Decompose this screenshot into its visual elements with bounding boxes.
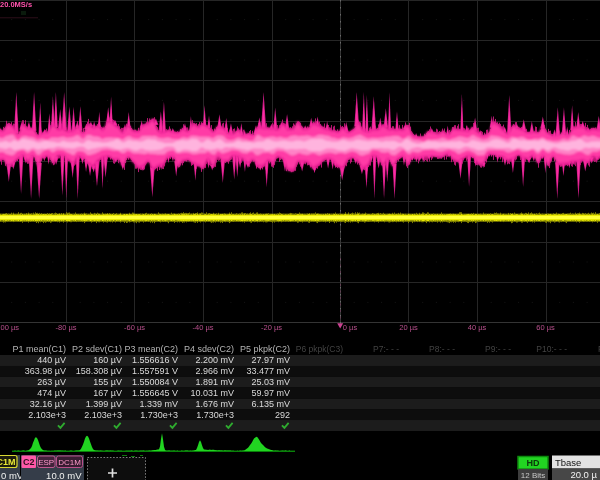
svg-text:292: 292 [275, 410, 290, 420]
svg-text:33.477 mV: 33.477 mV [246, 366, 290, 376]
svg-text:6.135 mV: 6.135 mV [251, 399, 290, 409]
svg-text:440 µV: 440 µV [37, 355, 66, 365]
svg-text:155 µV: 155 µV [93, 377, 122, 387]
svg-text:P1 mean(C1): P1 mean(C1) [12, 344, 66, 354]
svg-text:32.16 µV: 32.16 µV [30, 399, 66, 409]
svg-text:P2 sdev(C1): P2 sdev(C1) [72, 344, 122, 354]
svg-text:1.730e+3: 1.730e+3 [140, 410, 178, 420]
svg-text:1.730e+3: 1.730e+3 [196, 410, 234, 420]
svg-text:1.557591 V: 1.557591 V [132, 366, 178, 376]
svg-text:ESP: ESP [38, 458, 54, 467]
svg-text:160 µV: 160 µV [93, 355, 122, 365]
svg-text:60 µs: 60 µs [536, 323, 555, 332]
svg-text:2.966 mV: 2.966 mV [195, 366, 234, 376]
svg-text:10.031 mV: 10.031 mV [190, 388, 234, 398]
svg-text:10.0 mV: 10.0 mV [46, 470, 82, 480]
svg-text:-80 µs: -80 µs [56, 323, 77, 332]
svg-text:12 Bits: 12 Bits [521, 471, 545, 480]
svg-text:1.550084 V: 1.550084 V [132, 377, 178, 387]
svg-text:2.103e+3: 2.103e+3 [28, 410, 66, 420]
svg-text:P8:- - -: P8:- - - [429, 344, 455, 354]
svg-text:0 mV: 0 mV [1, 470, 24, 480]
svg-text:158.308 µV: 158.308 µV [76, 366, 122, 376]
svg-text:1.556616 V: 1.556616 V [132, 355, 178, 365]
svg-text:1.399 µV: 1.399 µV [86, 399, 122, 409]
svg-text:1.556645 V: 1.556645 V [132, 388, 178, 398]
svg-text:P6 pkpk(C3): P6 pkpk(C3) [296, 344, 343, 354]
svg-text:C2: C2 [23, 457, 35, 467]
svg-text:474 µV: 474 µV [37, 388, 66, 398]
svg-text:P4 sdev(C2): P4 sdev(C2) [184, 344, 234, 354]
svg-text:167 µV: 167 µV [93, 388, 122, 398]
svg-text:DC1M: DC1M [0, 457, 16, 467]
svg-text:P5 pkpk(C2): P5 pkpk(C2) [240, 344, 290, 354]
svg-text:20.0MS/s: 20.0MS/s [0, 0, 32, 9]
svg-text:P10:- - -: P10:- - - [536, 344, 567, 354]
svg-text:P3 mean(C2): P3 mean(C2) [124, 344, 178, 354]
svg-text:363.98 µV: 363.98 µV [25, 366, 66, 376]
svg-text:1.339 mV: 1.339 mV [139, 399, 178, 409]
svg-text:HD: HD [527, 458, 540, 468]
svg-text:P9:- - -: P9:- - - [485, 344, 511, 354]
svg-text:2.200 mV: 2.200 mV [195, 355, 234, 365]
svg-text:-40 µs: -40 µs [193, 323, 214, 332]
svg-text:2.103e+3: 2.103e+3 [84, 410, 122, 420]
svg-text:0 µs: 0 µs [343, 323, 358, 332]
svg-text:25.03 mV: 25.03 mV [251, 377, 290, 387]
svg-text:1.676 mV: 1.676 mV [195, 399, 234, 409]
svg-text:27.97 mV: 27.97 mV [251, 355, 290, 365]
svg-text:00 µs: 00 µs [1, 323, 20, 332]
svg-text:59.97 mV: 59.97 mV [251, 388, 290, 398]
svg-text:DC1M: DC1M [58, 458, 81, 467]
svg-text:-20 µs: -20 µs [261, 323, 282, 332]
svg-text:-60 µs: -60 µs [124, 323, 145, 332]
svg-text:20 µs: 20 µs [399, 323, 418, 332]
svg-text:263 µV: 263 µV [37, 377, 66, 387]
svg-text:Tbase: Tbase [555, 457, 581, 468]
svg-text:20.0 µ: 20.0 µ [570, 469, 597, 480]
svg-text:40 µs: 40 µs [468, 323, 487, 332]
svg-text:P7:- - -: P7:- - - [373, 344, 399, 354]
svg-text:1.891 mV: 1.891 mV [195, 377, 234, 387]
